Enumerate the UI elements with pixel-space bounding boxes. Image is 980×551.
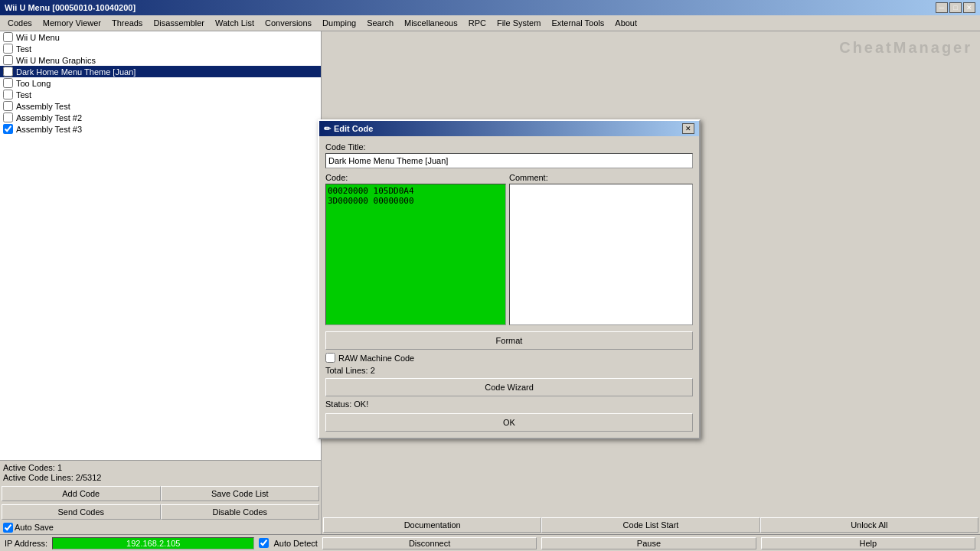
menu-threads[interactable]: Threads (107, 17, 147, 29)
window-title: Wii U Menu [00050010-10040200] (5, 3, 136, 12)
status-ok: Status: OK! (325, 399, 693, 409)
edit-icon: ✏ (324, 124, 331, 134)
raw-machine-checkbox[interactable] (325, 353, 335, 363)
menu-miscellaneous[interactable]: Miscellaneous (400, 17, 462, 29)
help-button[interactable]: Help (761, 537, 975, 549)
auto-detect-label: Auto Detect (273, 539, 317, 548)
modal-title: ✏ Edit Code (324, 124, 373, 134)
code-comment-cols: Code: Comment: (325, 173, 693, 327)
menu-dumping[interactable]: Dumping (318, 17, 361, 29)
menu-conversions[interactable]: Conversions (260, 17, 316, 29)
menu-rpc[interactable]: RPC (464, 17, 491, 29)
comment-col: Comment: (509, 173, 693, 327)
code-textarea[interactable] (325, 184, 506, 325)
edit-code-dialog: ✏ Edit Code ✕ Code Title: Code: (318, 119, 701, 439)
format-button[interactable]: Format (325, 331, 693, 350)
close-button[interactable]: ✕ (963, 2, 975, 13)
modal-title-bar: ✏ Edit Code ✕ (319, 121, 699, 136)
main-content: Wii U MenuTestWii U Menu GraphicsDark Ho… (0, 31, 980, 534)
raw-machine-row: RAW Machine Code (325, 353, 693, 363)
code-col: Code: (325, 173, 506, 327)
menu-external-tools[interactable]: External Tools (547, 17, 609, 29)
ip-status-bar: IP Address: 192.168.2.105 Auto Detect Di… (0, 534, 980, 551)
code-wizard-button[interactable]: Code Wizard (325, 378, 693, 396)
ip-address-value: 192.168.2.105 (126, 539, 180, 548)
modal-overlay: ✏ Edit Code ✕ Code Title: Code: (0, 31, 980, 534)
disconnect-button[interactable]: Disconnect (322, 537, 537, 549)
modal-title-text: Edit Code (334, 124, 373, 133)
menu-codes[interactable]: Codes (3, 17, 37, 29)
comment-textarea[interactable] (509, 184, 693, 325)
title-bar: Wii U Menu [00050010-10040200] ─ □ ✕ (0, 0, 980, 15)
menu-bar: Codes Memory Viewer Threads Disassembler… (0, 15, 980, 31)
code-title-label: Code Title: (325, 142, 693, 152)
menu-file-system[interactable]: File System (492, 17, 545, 29)
code-title-input[interactable] (325, 153, 693, 168)
ip-address-label: IP Address: (5, 539, 47, 548)
ip-address-display: 192.168.2.105 (52, 537, 254, 549)
total-lines: Total Lines: 2 (325, 366, 693, 375)
modal-close-button[interactable]: ✕ (682, 123, 694, 134)
code-label: Code: (325, 173, 506, 182)
comment-label: Comment: (509, 173, 693, 182)
menu-watch-list[interactable]: Watch List (211, 17, 259, 29)
raw-machine-label: RAW Machine Code (338, 354, 414, 363)
pause-button[interactable]: Pause (541, 537, 756, 549)
title-bar-buttons: ─ □ ✕ (936, 2, 975, 13)
modal-body: Code Title: Code: Comment: Format (319, 136, 699, 438)
auto-detect-checkbox[interactable] (259, 538, 269, 548)
menu-about[interactable]: About (610, 17, 642, 29)
menu-search[interactable]: Search (362, 17, 398, 29)
menu-disassembler[interactable]: Disassembler (149, 17, 209, 29)
app-window: Wii U Menu [00050010-10040200] ─ □ ✕ Cod… (0, 0, 980, 551)
maximize-button[interactable]: □ (949, 2, 962, 13)
menu-memory-viewer[interactable]: Memory Viewer (38, 17, 106, 29)
ok-button[interactable]: OK (325, 413, 693, 432)
minimize-button[interactable]: ─ (936, 2, 948, 13)
